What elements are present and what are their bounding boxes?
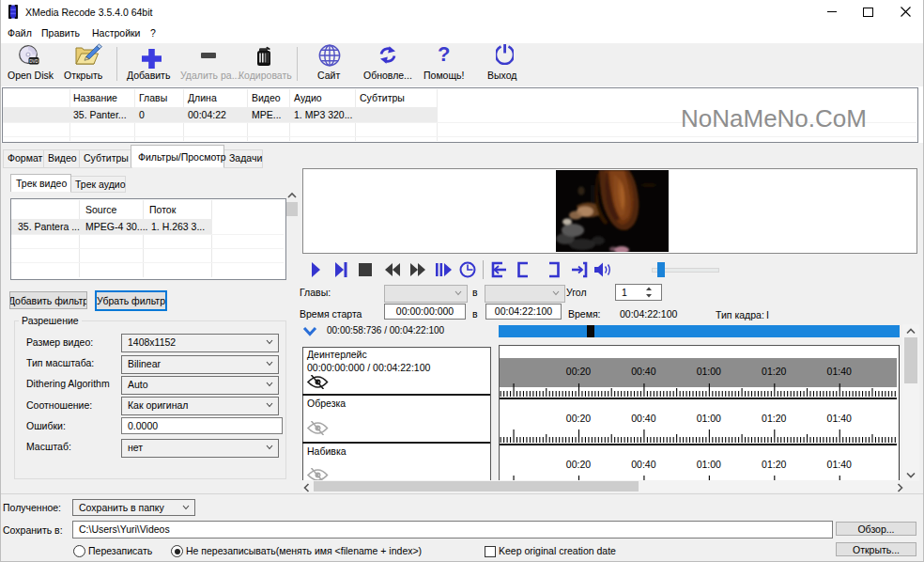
svg-text:01:40: 01:40 <box>827 459 852 470</box>
svg-text:00:20: 00:20 <box>566 413 591 424</box>
svg-text:01:20: 01:20 <box>762 366 786 377</box>
svg-text:01:00: 01:00 <box>697 413 721 424</box>
svg-text:01:00: 01:00 <box>697 366 721 377</box>
svg-text:01:20: 01:20 <box>762 413 786 424</box>
svg-text:00:40: 00:40 <box>631 459 655 470</box>
svg-text:00:20: 00:20 <box>566 459 591 470</box>
svg-text:01:40: 01:40 <box>827 413 852 424</box>
svg-text:01:20: 01:20 <box>762 459 786 470</box>
svg-text:01:00: 01:00 <box>697 459 721 470</box>
svg-text:DVD: DVD <box>29 59 38 64</box>
svg-text:00:20: 00:20 <box>566 366 591 377</box>
svg-text:00:40: 00:40 <box>631 366 655 377</box>
svg-text:01:40: 01:40 <box>827 366 852 377</box>
svg-text:00:40: 00:40 <box>631 413 655 424</box>
